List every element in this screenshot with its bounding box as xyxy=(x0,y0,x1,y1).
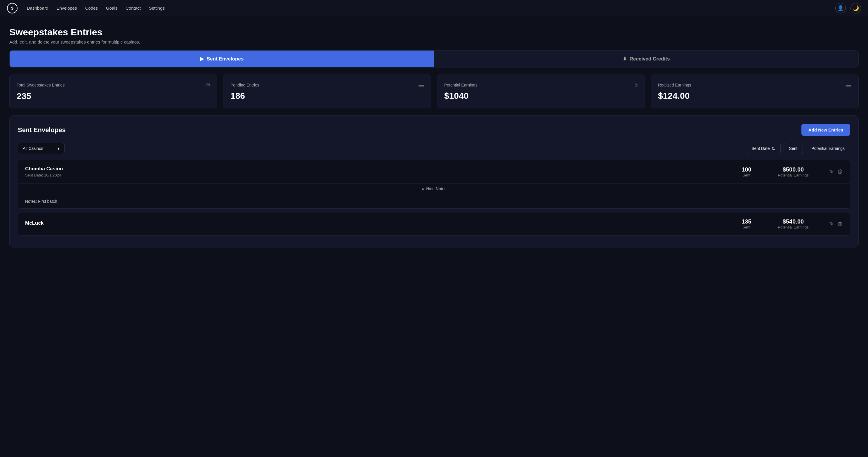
entry-casino-name-mcluck: McLuck xyxy=(25,220,726,226)
entry-earnings-mcluck: $540.00 Potential Earnings xyxy=(767,218,819,230)
entry-actions-mcluck: ✎ 🗑 xyxy=(825,221,843,227)
envelope-icon: ✉ xyxy=(206,82,210,88)
entry-sent-value-chumba: 100 xyxy=(732,166,761,173)
stat-potential-label: Potential Earnings xyxy=(444,83,477,87)
stat-realized-label: Realized Earnings xyxy=(658,83,691,87)
casino-select-label: All Casinos xyxy=(23,146,43,151)
stat-total-header: Total Sweepstakes Entries ✉ xyxy=(17,82,210,88)
stat-pending-value: 186 xyxy=(230,91,424,101)
filter-sent-date-label: Sent Date xyxy=(751,146,770,151)
edit-icon-mcluck[interactable]: ✎ xyxy=(829,221,834,227)
entry-sent-label-mcluck: Sent xyxy=(732,225,761,230)
profile-button[interactable]: 👤 xyxy=(835,3,846,13)
tabs-container: ▶ Sent Envelopes ⬇ Received Credits xyxy=(9,50,859,67)
stat-potential-header: Potential Earnings $ xyxy=(444,82,638,88)
sent-envelopes-icon: ▶ xyxy=(200,56,204,62)
entry-casino-mcluck: McLuck xyxy=(25,220,726,227)
filter-potential-label: Potential Earnings xyxy=(811,146,845,151)
stat-total-label: Total Sweepstakes Entries xyxy=(17,83,65,87)
delete-icon-mcluck[interactable]: 🗑 xyxy=(838,221,843,227)
tab-received-credits[interactable]: ⬇ Received Credits xyxy=(434,51,858,67)
filter-sent[interactable]: Sent xyxy=(784,143,803,154)
stat-total-value: 235 xyxy=(17,91,210,101)
casino-select[interactable]: All Casinos ▾ xyxy=(18,143,65,154)
stat-pending-header: Pending Entries ▬ xyxy=(230,82,424,88)
entry-earnings-chumba: $500.00 Potential Earnings xyxy=(767,166,819,177)
nav-contact[interactable]: Contact xyxy=(126,4,141,12)
entry-main-row-chumba: Chumba Casino Sent Date: 10/1/2024 100 S… xyxy=(18,160,850,183)
realized-icon: ▬ xyxy=(846,82,851,88)
notes-text-chumba: Notes: First batch xyxy=(25,199,57,204)
entry-casino-chumba: Chumba Casino Sent Date: 10/1/2024 xyxy=(25,166,726,177)
pending-icon: ▬ xyxy=(418,82,424,88)
delete-icon-chumba[interactable]: 🗑 xyxy=(838,169,843,175)
stat-realized-header: Realized Earnings ▬ xyxy=(658,82,851,88)
app-logo[interactable]: $ xyxy=(7,3,18,13)
filter-buttons: Sent Date ⇅ Sent Potential Earnings xyxy=(746,143,850,154)
chevron-down-icon: ▾ xyxy=(58,146,60,151)
nav-settings[interactable]: Settings xyxy=(149,4,165,12)
stat-realized-value: $124.00 xyxy=(658,91,851,101)
tab-received-label: Received Credits xyxy=(630,56,670,62)
navbar: $ Dashboard Envelopes Codes Goals Contac… xyxy=(0,0,868,17)
section-header: Sent Envelopes Add New Entries xyxy=(18,124,850,136)
entry-sent-value-mcluck: 135 xyxy=(732,218,761,225)
nav-codes[interactable]: Codes xyxy=(85,4,97,12)
page-header: Sweepstakes Entries Add, edit, and delet… xyxy=(0,17,868,50)
notes-content-chumba: Notes: First batch xyxy=(18,194,850,208)
entry-earnings-label-chumba: Potential Earnings xyxy=(767,173,819,177)
tab-sent-envelopes[interactable]: ▶ Sent Envelopes xyxy=(10,51,434,67)
profile-icon: 👤 xyxy=(837,5,844,11)
entry-sent-label-chumba: Sent xyxy=(732,173,761,177)
page-subtitle: Add, edit, and delete your sweepstakes e… xyxy=(9,39,859,44)
hide-notes-label: Hide Notes xyxy=(426,186,446,191)
theme-toggle-button[interactable]: 🌙 xyxy=(850,3,861,13)
entry-sent-chumba: 100 Sent xyxy=(732,166,761,177)
filter-sent-label: Sent xyxy=(789,146,798,151)
filters-row: All Casinos ▾ Sent Date ⇅ Sent Potential… xyxy=(18,143,850,154)
hide-notes-toggle-chumba[interactable]: ∧ Hide Notes xyxy=(18,183,850,194)
entry-card-mcluck: McLuck 135 Sent $540.00 Potential Earnin… xyxy=(18,212,850,236)
nav-goals[interactable]: Goals xyxy=(106,4,117,12)
entry-casino-date-chumba: Sent Date: 10/1/2024 xyxy=(25,173,726,177)
entry-earnings-value-mcluck: $540.00 xyxy=(767,218,819,225)
entry-casino-name-chumba: Chumba Casino xyxy=(25,166,726,172)
moon-icon: 🌙 xyxy=(852,5,859,11)
stat-card-total: Total Sweepstakes Entries ✉ 235 xyxy=(9,74,217,109)
logo-text: $ xyxy=(11,6,13,10)
filter-potential-earnings[interactable]: Potential Earnings xyxy=(806,143,850,154)
stat-card-realized: Realized Earnings ▬ $124.00 xyxy=(651,74,859,109)
entry-earnings-value-chumba: $500.00 xyxy=(767,166,819,173)
section-title: Sent Envelopes xyxy=(18,126,66,134)
entry-sent-mcluck: 135 Sent xyxy=(732,218,761,230)
sort-icon: ⇅ xyxy=(772,146,775,151)
entry-earnings-label-mcluck: Potential Earnings xyxy=(767,225,819,230)
nav-dashboard[interactable]: Dashboard xyxy=(27,4,48,12)
main-section: Sent Envelopes Add New Entries All Casin… xyxy=(9,115,859,247)
edit-icon-chumba[interactable]: ✎ xyxy=(829,169,834,175)
stat-potential-value: $1040 xyxy=(444,91,638,101)
entry-card-chumba: Chumba Casino Sent Date: 10/1/2024 100 S… xyxy=(18,160,850,209)
nav-links: Dashboard Envelopes Codes Goals Contact … xyxy=(27,4,826,12)
chevron-up-icon: ∧ xyxy=(422,186,424,191)
stat-pending-label: Pending Entries xyxy=(230,83,259,87)
filter-sent-date[interactable]: Sent Date ⇅ xyxy=(746,143,780,154)
stats-row: Total Sweepstakes Entries ✉ 235 Pending … xyxy=(9,74,859,109)
dollar-icon: $ xyxy=(634,82,638,88)
entry-actions-chumba: ✎ 🗑 xyxy=(825,169,843,175)
stat-card-potential: Potential Earnings $ $1040 xyxy=(437,74,645,109)
received-credits-icon: ⬇ xyxy=(623,56,627,62)
page-title: Sweepstakes Entries xyxy=(9,27,859,38)
tab-sent-label: Sent Envelopes xyxy=(207,56,244,62)
add-new-entries-button[interactable]: Add New Entries xyxy=(801,124,850,136)
entry-main-row-mcluck: McLuck 135 Sent $540.00 Potential Earnin… xyxy=(18,212,850,235)
nav-envelopes[interactable]: Envelopes xyxy=(56,4,77,12)
stat-card-pending: Pending Entries ▬ 186 xyxy=(223,74,431,109)
nav-right: 👤 🌙 xyxy=(835,3,861,13)
